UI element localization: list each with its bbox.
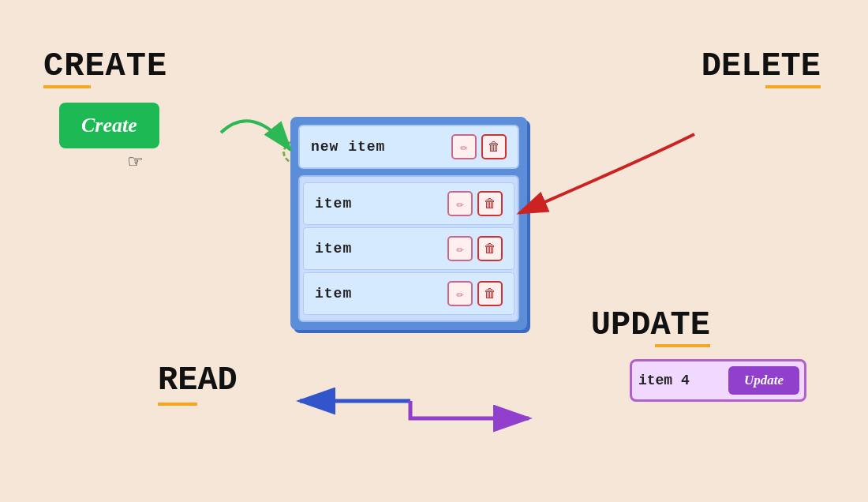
- table-row: item ✏ 🗑: [303, 182, 514, 225]
- item-2-actions: ✏ 🗑: [447, 236, 503, 261]
- update-button[interactable]: Update: [728, 366, 799, 395]
- new-item-text: new item: [311, 139, 385, 155]
- item-3-actions: ✏ 🗑: [447, 281, 503, 306]
- item-2-delete-button[interactable]: 🗑: [477, 236, 503, 261]
- item-1-actions: ✏ 🗑: [447, 191, 503, 216]
- delete-label: DELETE: [702, 47, 821, 85]
- create-label: CREATE: [43, 47, 167, 85]
- item-text-1: item: [315, 196, 352, 212]
- new-item-row: new item ✏ 🗑: [298, 125, 519, 169]
- update-input-container: Update: [630, 359, 806, 402]
- item-2-edit-button[interactable]: ✏: [447, 236, 473, 261]
- create-button[interactable]: Create: [59, 103, 159, 148]
- new-item-delete-button[interactable]: 🗑: [481, 134, 507, 159]
- new-item-actions: ✏ 🗑: [451, 134, 507, 159]
- update-underline: [655, 344, 710, 347]
- list-container: new item ✏ 🗑 item ✏ 🗑 item ✏ 🗑 item ✏ �: [290, 117, 527, 330]
- item-3-delete-button[interactable]: 🗑: [477, 281, 503, 306]
- read-label: READ: [158, 362, 238, 399]
- items-section: item ✏ 🗑 item ✏ 🗑 item ✏ 🗑: [298, 175, 519, 322]
- item-text-2: item: [315, 241, 352, 257]
- read-underline: [158, 403, 197, 406]
- item-1-delete-button[interactable]: 🗑: [477, 191, 503, 216]
- item-1-edit-button[interactable]: ✏: [447, 191, 473, 216]
- update-input-field[interactable]: [637, 369, 724, 391]
- update-label: UPDATE: [591, 306, 710, 344]
- cursor-icon: ☞: [129, 148, 142, 175]
- new-item-edit-button[interactable]: ✏: [451, 134, 477, 159]
- table-row: item ✏ 🗑: [303, 227, 514, 270]
- table-row: item ✏ 🗑: [303, 272, 514, 315]
- item-3-edit-button[interactable]: ✏: [447, 281, 473, 306]
- item-text-3: item: [315, 286, 352, 302]
- create-underline: [43, 85, 91, 88]
- delete-underline: [765, 85, 821, 88]
